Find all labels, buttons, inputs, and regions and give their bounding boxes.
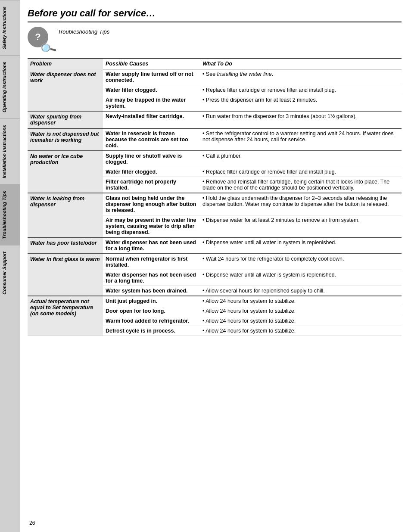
- page-number: 26: [29, 520, 35, 526]
- col-causes: Possible Causes: [103, 58, 200, 69]
- todo-cell: • Wait 24 hours for the refrigerator to …: [200, 254, 402, 270]
- todo-cell: • Replace filter cartridge or remove fil…: [200, 167, 402, 177]
- problem-cell: Water has poor taste/odor: [28, 237, 103, 254]
- cause-cell: Defrost cycle is in process.: [103, 326, 200, 336]
- sidebar-item-troubleshooting[interactable]: Troubleshooting Tips: [0, 184, 20, 245]
- cause-cell: Newly-installed filter cartridge.: [103, 111, 200, 128]
- cause-cell: Door open for too long.: [103, 306, 200, 316]
- table-row: Water dispenser does not workWater suppl…: [28, 69, 402, 85]
- todo-cell: • Replace filter cartridge or remove fil…: [200, 85, 402, 95]
- problem-cell: Water dispenser does not work: [28, 69, 103, 112]
- cause-cell: Water supply line turned off or not conn…: [103, 69, 200, 85]
- cause-cell: Normal when refrigerator is first instal…: [103, 254, 200, 270]
- table-row: No water or ice cube productionSupply li…: [28, 151, 402, 167]
- todo-text: • See: [202, 71, 217, 77]
- cause-cell: Warm food added to refrigerator.: [103, 316, 200, 326]
- sidebar-item-operating[interactable]: Operating Instructions: [0, 55, 20, 118]
- cause-cell: Water system has been drained.: [103, 286, 200, 296]
- sidebar-item-installation[interactable]: Installation Instructions: [0, 118, 20, 184]
- table-row: Water spurting from dispenserNewly-insta…: [28, 111, 402, 128]
- todo-cell: • Remove and reinstall filter cartridge,…: [200, 177, 402, 193]
- main-content: Before you call for service… ? 🔍 Trouble…: [20, 0, 411, 532]
- cause-cell: Water dispenser has not been used for a …: [103, 270, 200, 286]
- problem-cell: Actual temperature not equal to Set temp…: [28, 296, 103, 336]
- todo-cell: • Allow several hours for replenished su…: [200, 286, 402, 296]
- cause-cell: Water filter clogged.: [103, 167, 200, 177]
- todo-cell: • Run water from the dispenser for 3 min…: [200, 111, 402, 128]
- sidebar-item-safety[interactable]: Safety Instructions: [0, 0, 20, 55]
- troubleshooting-icon: ? 🔍: [28, 27, 53, 53]
- todo-cell: • Dispense water until all water is syst…: [200, 270, 402, 286]
- sidebar: Safety Instructions Operating Instructio…: [0, 0, 20, 532]
- cause-cell: Water filter clogged.: [103, 85, 200, 95]
- todo-cell: • Set the refrigerator control to a warm…: [200, 128, 402, 151]
- todo-cell: • Allow 24 hours for system to stabilize…: [200, 326, 402, 336]
- cause-cell: Filter cartridge not properly installed.: [103, 177, 200, 193]
- todo-cell: • Allow 24 hours for system to stabilize…: [200, 296, 402, 306]
- header-area: ? 🔍 Troubleshooting Tips: [28, 27, 402, 53]
- troubleshooting-table: Problem Possible Causes What To Do Water…: [28, 58, 402, 336]
- cause-cell: Supply line or shutoff valve is clogged.: [103, 151, 200, 167]
- cause-cell: Water dispenser has not been used for a …: [103, 237, 200, 254]
- sidebar-item-consumer[interactable]: Consumer Support: [0, 245, 20, 301]
- table-row: Water is leaking from dispenserGlass not…: [28, 193, 402, 215]
- table-row: Water is not dispensed but icemaker is w…: [28, 128, 402, 151]
- cause-cell: Water in reservoir is frozen because the…: [103, 128, 200, 151]
- troubleshooting-label: Troubleshooting Tips: [53, 27, 109, 35]
- todo-cell: • Press the dispenser arm for at least 2…: [200, 95, 402, 112]
- problem-cell: Water is not dispensed but icemaker is w…: [28, 128, 103, 151]
- cause-cell: Glass not being held under the dispenser…: [103, 193, 200, 215]
- problem-cell: Water is leaking from dispenser: [28, 193, 103, 237]
- cause-cell: Air may be present in the water line sys…: [103, 215, 200, 238]
- todo-cell: • Dispense water for at least 2 minutes …: [200, 215, 402, 238]
- todo-cell: • Call a plumber.: [200, 151, 402, 167]
- cause-cell: Unit just plugged in.: [103, 296, 200, 306]
- problem-cell: Water in first glass is warm: [28, 254, 103, 296]
- cause-cell: Air may be trapped in the water system.: [103, 95, 200, 112]
- page-title: Before you call for service…: [28, 8, 402, 22]
- todo-cell: • Allow 24 hours for system to stabilize…: [200, 306, 402, 316]
- todo-cell: • See Installing the water line.: [200, 69, 402, 85]
- todo-cell: • Dispense water until all water in syst…: [200, 237, 402, 254]
- table-header-row: Problem Possible Causes What To Do: [28, 58, 402, 69]
- col-todo: What To Do: [200, 58, 402, 69]
- todo-cell: • Hold the glass underneath the dispense…: [200, 193, 402, 215]
- table-row: Actual temperature not equal to Set temp…: [28, 296, 402, 306]
- problem-cell: Water spurting from dispenser: [28, 111, 103, 128]
- col-problem: Problem: [28, 58, 103, 69]
- table-row: Water has poor taste/odorWater dispenser…: [28, 237, 402, 254]
- problem-cell: No water or ice cube production: [28, 151, 103, 193]
- italic-link: Installing the water line: [217, 71, 272, 77]
- todo-cell: • Allow 24 hours for system to stabilize…: [200, 316, 402, 326]
- table-row: Water in first glass is warmNormal when …: [28, 254, 402, 270]
